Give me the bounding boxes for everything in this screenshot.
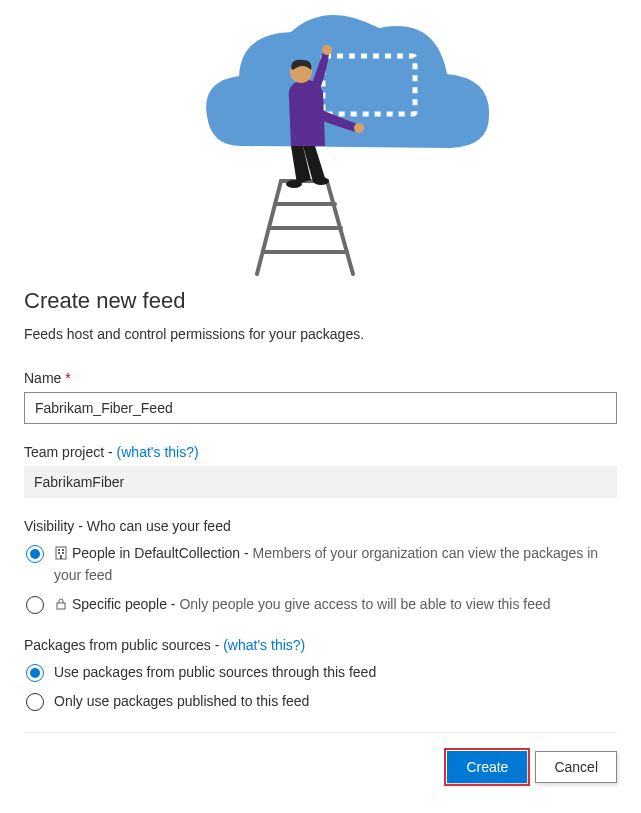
svg-point-7 [286,180,302,188]
name-field: Name * [24,370,617,424]
name-input[interactable] [24,392,617,424]
cloud-illustration [141,6,501,276]
visibility-option-org[interactable]: People in DefaultCollection - Members of… [24,544,617,585]
public-sources-option-only[interactable]: Only use packages published to this feed [24,692,617,712]
divider [24,732,617,733]
radio-input[interactable] [26,693,44,711]
svg-rect-16 [62,552,64,554]
svg-rect-15 [58,552,60,554]
organization-icon [54,546,68,566]
svg-rect-13 [58,549,60,551]
visibility-option-title: Specific people - [72,596,179,612]
team-project-hint-link[interactable]: (what's this?) [117,444,199,460]
visibility-option-title: People in DefaultCollection - [72,545,253,561]
svg-rect-17 [60,555,62,559]
dialog-title: Create new feed [24,288,617,314]
visibility-section: Visibility - Who can use your feed Peopl… [24,518,617,617]
visibility-option-specific[interactable]: Specific people - Only people you give a… [24,595,617,617]
public-sources-hint-link[interactable]: (what's this?) [223,637,305,653]
visibility-option-desc: Only people you give access to will be a… [179,596,550,612]
hero-illustration [0,0,641,282]
radio-input[interactable] [26,545,44,563]
svg-rect-18 [57,603,65,609]
team-project-field: Team project - (what's this?) FabrikamFi… [24,444,617,498]
visibility-heading: Visibility - Who can use your feed [24,518,617,534]
svg-rect-14 [62,549,64,551]
svg-point-9 [322,45,332,55]
dialog-subtitle: Feeds host and control permissions for y… [24,326,617,342]
required-marker: * [65,370,70,386]
team-project-label: Team project - (what's this?) [24,444,617,460]
create-button[interactable]: Create [447,751,527,783]
svg-point-10 [354,123,364,133]
radio-label: Use packages from public sources through… [54,663,617,683]
radio-input[interactable] [26,664,44,682]
name-label: Name * [24,370,617,386]
public-sources-option-use[interactable]: Use packages from public sources through… [24,663,617,683]
public-sources-section: Packages from public sources - (what's t… [24,637,617,712]
lock-icon [54,597,68,617]
public-sources-heading: Packages from public sources - (what's t… [24,637,617,653]
cancel-button[interactable]: Cancel [535,751,617,783]
svg-point-8 [313,177,329,185]
radio-input[interactable] [26,596,44,614]
button-row: Create Cancel [24,751,617,783]
team-project-value: FabrikamFiber [24,466,617,498]
radio-label: Only use packages published to this feed [54,692,617,712]
